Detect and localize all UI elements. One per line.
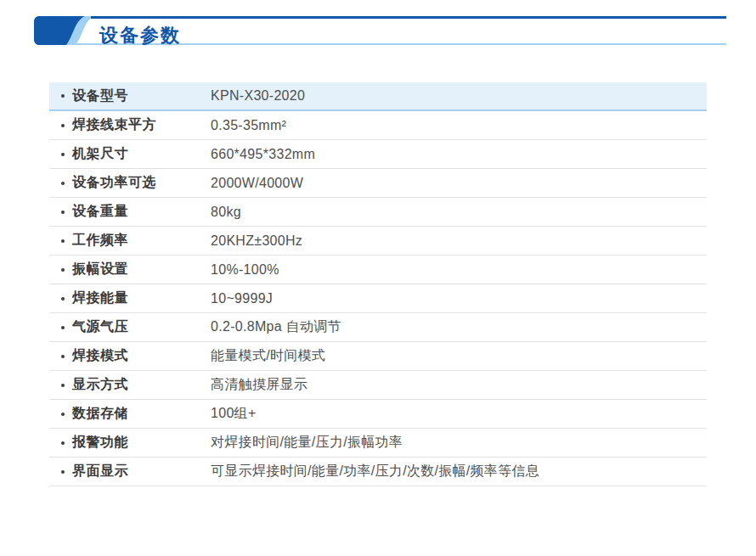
param-label: 焊接线束平方 xyxy=(72,116,156,134)
param-label: 界面显示 xyxy=(72,463,128,480)
param-value: 10%-100% xyxy=(211,262,279,278)
bullet-icon xyxy=(61,470,65,474)
param-label: 设备型号 xyxy=(72,87,128,105)
param-label: 气源气压 xyxy=(72,318,128,336)
param-value: 20KHZ±300Hz xyxy=(211,233,302,249)
param-label: 焊接能量 xyxy=(72,289,128,307)
bullet-icon xyxy=(61,124,65,127)
table-row: 显示方式 高清触摸屏显示 xyxy=(49,371,707,400)
table-row: 振幅设置 10%-100% xyxy=(49,256,707,284)
header-top-divider xyxy=(91,16,726,19)
table-row: 设备功率可选 2000W/4000W xyxy=(49,169,707,198)
param-value: 100组+ xyxy=(211,405,257,423)
table-row: 气源气压 0.2-0.8Mpa 自动调节 xyxy=(49,313,707,342)
bullet-icon xyxy=(61,153,65,156)
param-value: 可显示焊接时间/能量/功率/压力/次数/振幅/频率等信息 xyxy=(211,463,539,480)
param-value: 高清触摸屏显示 xyxy=(211,376,307,394)
table-row: 设备重量 80kg xyxy=(49,198,707,227)
bullet-icon xyxy=(61,94,65,98)
param-value: KPN-X30-2020 xyxy=(211,88,305,104)
param-value: 2000W/4000W xyxy=(211,176,303,191)
param-label: 工作频率 xyxy=(72,232,128,250)
table-row: 焊接线束平方 0.35-35mm² xyxy=(49,111,707,140)
table-row: 数据存储 100组+ xyxy=(49,400,707,429)
header-ribbon-icon xyxy=(34,16,95,45)
page-title: 设备参数 xyxy=(99,25,181,47)
bullet-icon xyxy=(61,441,65,445)
bullet-icon xyxy=(61,355,65,358)
param-label: 机架尺寸 xyxy=(72,145,128,163)
param-label: 报警功能 xyxy=(72,434,128,452)
param-label: 设备重量 xyxy=(72,203,128,221)
table-row: 设备型号 KPN-X30-2020 xyxy=(49,82,707,111)
spec-page: 设备参数 设备型号 KPN-X30-2020 焊接线束平方 0.35-35mm²… xyxy=(0,0,756,556)
param-label: 焊接模式 xyxy=(72,347,128,365)
bullet-icon xyxy=(61,182,65,185)
bullet-icon xyxy=(61,384,65,387)
bullet-icon xyxy=(61,239,65,243)
param-label: 设备功率可选 xyxy=(72,174,156,192)
table-row: 界面显示 可显示焊接时间/能量/功率/压力/次数/振幅/频率等信息 xyxy=(49,458,707,486)
table-row: 工作频率 20KHZ±300Hz xyxy=(49,227,707,256)
spec-table: 设备型号 KPN-X30-2020 焊接线束平方 0.35-35mm² 机架尺寸… xyxy=(49,82,707,486)
param-value: 0.2-0.8Mpa 自动调节 xyxy=(211,318,341,336)
param-value: 对焊接时间/能量/压力/振幅功率 xyxy=(211,434,403,452)
param-value: 能量模式/时间模式 xyxy=(211,347,325,365)
bullet-icon xyxy=(61,268,65,272)
bullet-icon xyxy=(61,297,65,300)
table-row: 焊接能量 10~9999J xyxy=(49,284,707,313)
param-value: 10~9999J xyxy=(211,291,273,306)
table-row: 机架尺寸 660*495*332mm xyxy=(49,140,707,169)
param-label: 显示方式 xyxy=(72,376,128,394)
table-row: 报警功能 对焊接时间/能量/压力/振幅功率 xyxy=(49,429,707,458)
param-label: 数据存储 xyxy=(72,405,128,423)
param-value: 80kg xyxy=(211,205,241,220)
param-label: 振幅设置 xyxy=(72,261,128,278)
bullet-icon xyxy=(61,211,65,214)
bullet-icon xyxy=(61,413,65,416)
param-value: 0.35-35mm² xyxy=(211,118,286,133)
param-value: 660*495*332mm xyxy=(211,147,315,162)
bullet-icon xyxy=(61,326,65,329)
table-row: 焊接模式 能量模式/时间模式 xyxy=(49,342,707,371)
